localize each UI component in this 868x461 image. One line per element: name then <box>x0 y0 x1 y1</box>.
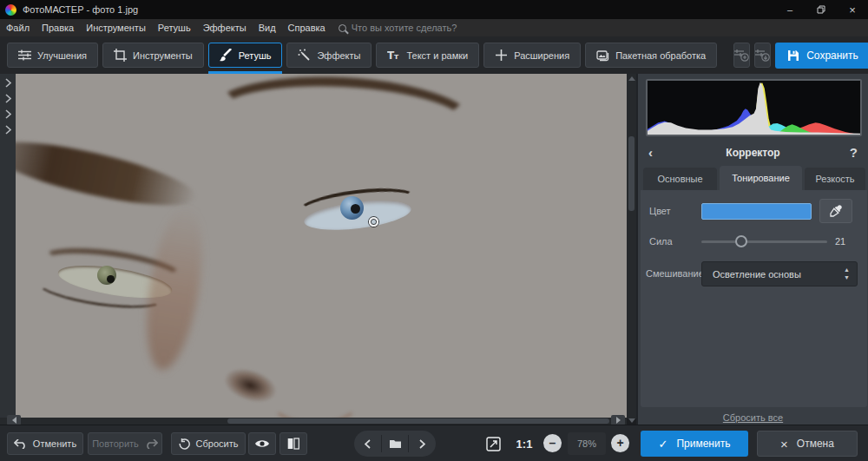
expand-panel-chevron-icon[interactable] <box>5 78 11 88</box>
open-folder-button[interactable] <box>382 431 409 457</box>
close-icon: × <box>849 3 856 16</box>
zoom-out-button[interactable]: – <box>543 434 562 452</box>
zoom-in-button[interactable]: + <box>611 434 629 452</box>
color-swatch[interactable] <box>701 203 812 220</box>
chevron-left-icon <box>365 439 371 449</box>
brush-cursor <box>369 217 378 227</box>
spinner-arrows-icon[interactable]: ▲ ▼ <box>844 266 850 281</box>
eye-icon <box>254 438 270 449</box>
menu-view[interactable]: Вид <box>253 19 282 36</box>
title-bar: ФотоМАСТЕР - фото 1.jpg – × <box>0 0 868 19</box>
scroll-down-icon[interactable] <box>628 418 635 423</box>
help-icon[interactable]: ? <box>850 145 858 160</box>
compare-icon <box>287 438 299 450</box>
horizontal-scrollbar[interactable] <box>0 418 627 425</box>
vertical-scrollbar-thumb[interactable] <box>628 136 635 211</box>
plus-icon: + <box>616 437 623 449</box>
restore-button[interactable] <box>806 0 837 19</box>
eyedropper-button[interactable] <box>819 199 852 223</box>
next-photo-button[interactable] <box>409 431 436 457</box>
scroll-right-icon <box>616 417 621 424</box>
strength-slider[interactable] <box>701 240 827 243</box>
tab-extensions[interactable]: Расширения <box>483 43 581 68</box>
tab-basic[interactable]: Основные <box>643 168 717 190</box>
fullscreen-icon <box>486 437 501 451</box>
text-icon: Tт <box>387 49 400 62</box>
save-icon <box>787 49 799 62</box>
x-icon: × <box>780 437 788 451</box>
zoom-100-button[interactable]: 1:1 <box>510 432 538 455</box>
vertical-scrollbar[interactable] <box>627 74 636 418</box>
search-icon <box>339 24 346 32</box>
tab-toning[interactable]: Тонирование <box>720 166 802 190</box>
menu-search[interactable] <box>339 23 490 33</box>
bottom-bar: Отменить Повторить Сбросить 1:1 – 78% + … <box>0 425 868 461</box>
tab-sharpness[interactable]: Резкость <box>805 168 865 190</box>
histogram <box>646 79 862 136</box>
sliders-icon <box>18 49 31 62</box>
menu-bar: Файл Правка Инструменты Ретушь Эффекты В… <box>0 19 868 36</box>
tab-text-frames[interactable]: Tт Текст и рамки <box>376 43 479 68</box>
tab-effects[interactable]: Эффекты <box>286 43 372 68</box>
tab-batch-processing[interactable]: Пакетная обработка <box>585 43 717 68</box>
minus-icon: – <box>549 437 556 449</box>
save-button[interactable]: Сохранить <box>775 43 868 69</box>
scroll-up-icon[interactable] <box>628 76 635 81</box>
collapsed-left-panel <box>0 74 16 425</box>
cancel-button[interactable]: × Отмена <box>757 431 858 457</box>
tab-retouch[interactable]: Ретушь <box>208 43 283 68</box>
blend-mode-select[interactable]: Осветление основы ▲ ▼ <box>701 261 858 286</box>
color-label: Цвет <box>649 206 671 216</box>
brush-icon <box>220 49 233 62</box>
undo-button[interactable]: Отменить <box>7 432 83 455</box>
photo-eye-right <box>293 193 422 238</box>
batch-photos-icon <box>596 49 609 62</box>
crop-icon <box>114 49 127 62</box>
check-icon: ✓ <box>659 438 668 451</box>
horizontal-scrollbar-thumb[interactable] <box>227 418 609 424</box>
close-button[interactable]: × <box>837 0 868 19</box>
photo-canvas[interactable] <box>16 74 627 418</box>
magic-wand-icon <box>298 49 311 62</box>
preset-load-button[interactable] <box>754 43 771 68</box>
before-after-button[interactable] <box>279 432 307 455</box>
fit-screen-button[interactable] <box>481 432 505 455</box>
tab-tools[interactable]: Инструменты <box>102 43 204 68</box>
minimize-icon: – <box>787 4 792 15</box>
tab-enhancements[interactable]: Улучшения <box>7 43 98 68</box>
minimize-button[interactable]: – <box>774 0 806 19</box>
reset-icon <box>179 438 190 450</box>
expand-panel-chevron-icon[interactable] <box>5 125 11 135</box>
main-toolbar: Улучшения Инструменты Ретушь Эффекты Tт … <box>0 36 868 74</box>
expand-panel-chevron-icon[interactable] <box>5 94 11 103</box>
folder-icon <box>389 438 402 449</box>
panel-title: Корректор <box>638 147 868 159</box>
photo-nose-curve <box>266 363 365 418</box>
right-panel: ‹ Корректор ? Основные Тонирование Резко… <box>636 74 868 425</box>
reset-button[interactable]: Сбросить <box>171 432 246 455</box>
show-original-button[interactable] <box>248 432 276 455</box>
blend-label: Смешивание <box>646 268 704 279</box>
prev-photo-button[interactable] <box>354 431 381 457</box>
reset-all-link[interactable]: Сбросить все <box>638 412 868 423</box>
strength-slider-handle[interactable] <box>735 235 747 247</box>
menu-tools[interactable]: Инструменты <box>80 19 152 36</box>
search-input[interactable] <box>352 23 490 33</box>
menu-file[interactable]: Файл <box>0 19 36 36</box>
menu-effects[interactable]: Эффекты <box>197 19 253 36</box>
preset-add-icon <box>734 49 749 62</box>
menu-help[interactable]: Справка <box>282 19 332 36</box>
menu-edit[interactable]: Правка <box>36 19 80 36</box>
zoom-level[interactable]: 78% <box>568 432 606 455</box>
redo-button[interactable]: Повторить <box>88 432 162 455</box>
histogram-svg <box>648 81 860 135</box>
svg-text:т: т <box>394 52 399 61</box>
apply-button[interactable]: ✓ Применить <box>641 431 748 457</box>
preset-save-button[interactable] <box>733 43 750 68</box>
window-title: ФотоМАСТЕР - фото 1.jpg <box>23 4 138 15</box>
eyedropper-icon <box>830 205 842 217</box>
expand-panel-chevron-icon[interactable] <box>5 109 11 119</box>
menu-retouch[interactable]: Ретушь <box>152 19 197 36</box>
chevron-right-icon <box>419 439 425 449</box>
redo-icon <box>145 439 158 449</box>
